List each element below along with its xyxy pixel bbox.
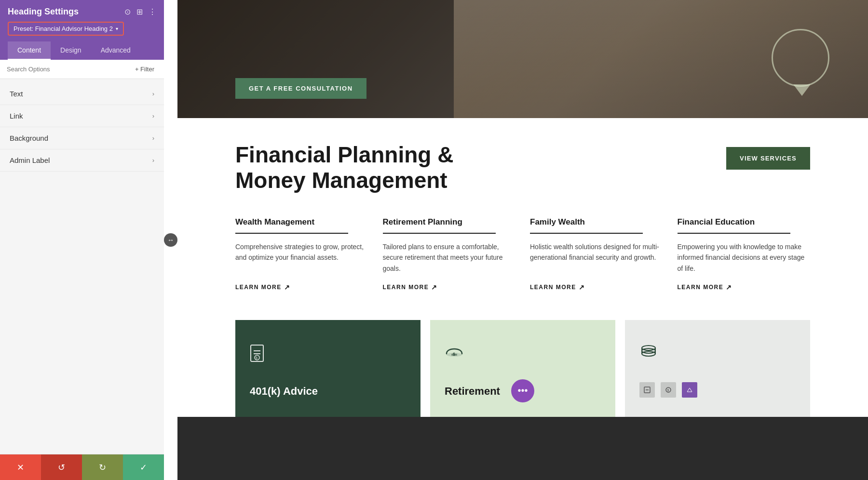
filter-button[interactable]: + Filter — [132, 65, 157, 74]
panel-title-row: Heading Settings ⊙ ⊞ ⋮ — [8, 7, 156, 17]
card-401k-icon: $ — [250, 344, 406, 367]
tab-advanced[interactable]: Advanced — [91, 41, 140, 60]
preset-caret-icon: ▾ — [116, 26, 118, 31]
settings-panel: Heading Settings ⊙ ⊞ ⋮ Preset: Financial… — [0, 0, 164, 480]
svg-text:$: $ — [256, 356, 258, 360]
learn-more-label-education: LEARN MORE — [678, 284, 724, 291]
learn-more-label-wealth: LEARN MORE — [235, 284, 282, 291]
decorative-triangle — [793, 84, 811, 96]
option-admin-caret-icon: › — [152, 157, 154, 164]
learn-more-arrow-icon-family: ↗ — [579, 283, 585, 291]
undo-icon: ↺ — [58, 462, 65, 473]
learn-more-education[interactable]: LEARN MORE ↗ — [678, 283, 811, 291]
option-link-caret-icon: › — [152, 112, 154, 120]
save-button[interactable]: ✓ — [123, 454, 164, 480]
panel-title: Heading Settings — [8, 7, 79, 17]
service-card-family: Family Wealth Holistic wealth solutions … — [530, 217, 663, 291]
options-list: Text › Link › Background › Admin Label › — [0, 79, 164, 454]
option-link[interactable]: Link › — [0, 105, 164, 127]
service-divider-wealth — [235, 233, 348, 234]
service-desc-family: Holistic wealth solutions designed for m… — [530, 241, 663, 274]
service-card-education: Financial Education Empowering you with … — [678, 217, 811, 291]
learn-more-arrow-icon-wealth: ↗ — [284, 283, 291, 291]
learn-more-label-family: LEARN MORE — [530, 284, 576, 291]
learn-more-arrow-icon-retirement: ↗ — [431, 283, 438, 291]
option-admin-label-text: Admin Label — [10, 156, 50, 164]
services-header: Financial Planning & Money Management VI… — [235, 142, 810, 193]
panel-tabs: Content Design Advanced — [8, 41, 156, 60]
service-divider-family — [530, 233, 643, 234]
learn-more-family[interactable]: LEARN MORE ↗ — [530, 283, 663, 291]
services-section: Financial Planning & Money Management VI… — [177, 118, 868, 320]
services-title-line1: Financial Planning & — [235, 142, 453, 167]
bottom-icon-1 — [639, 382, 655, 398]
save-icon: ✓ — [140, 462, 147, 473]
service-desc-wealth: Comprehensive strategies to grow, protec… — [235, 241, 368, 274]
option-text[interactable]: Text › — [0, 83, 164, 105]
preset-selector[interactable]: Preset: Financial Advisor Heading 2 ▾ — [8, 22, 124, 36]
card-coins-icon-row: $ — [639, 382, 796, 398]
service-card-retirement: Retirement Planning Tailored plans to en… — [383, 217, 516, 291]
panel-icons: ⊙ ⊞ ⋮ — [124, 7, 156, 16]
learn-more-retirement[interactable]: LEARN MORE ↗ — [383, 283, 516, 291]
services-title-line2: Money Management — [235, 168, 448, 193]
redo-icon: ↻ — [99, 462, 106, 473]
card-401k-title: 401(k) Advice — [250, 385, 406, 398]
chat-bubble[interactable]: ••• — [511, 379, 534, 402]
option-link-label: Link — [10, 112, 23, 120]
chat-dots-icon: ••• — [517, 385, 528, 396]
more-options-icon[interactable]: ⋮ — [149, 7, 156, 16]
card-401k: $ 401(k) Advice — [235, 320, 420, 417]
panel-header: Heading Settings ⊙ ⊞ ⋮ Preset: Financial… — [0, 0, 164, 60]
card-coins-icon — [639, 344, 796, 365]
option-text-label: Text — [10, 90, 23, 98]
hero-section: GET A FREE CONSULTATION — [177, 0, 868, 118]
preset-label: Preset: Financial Advisor Heading 2 — [14, 25, 113, 32]
panel-footer: ✕ ↺ ↻ ✓ — [0, 454, 164, 480]
learn-more-wealth[interactable]: LEARN MORE ↗ — [235, 283, 368, 291]
bottom-icon-3 — [682, 382, 697, 398]
svg-text:$: $ — [667, 388, 669, 392]
cards-section: $ 401(k) Advice $ Retirement ••• — [177, 320, 868, 417]
service-desc-education: Empowering you with knowledge to make in… — [678, 241, 811, 274]
option-background-label: Background — [10, 134, 48, 142]
resize-icon: ↔ — [167, 236, 174, 244]
card-retirement-icon: $ — [445, 344, 601, 363]
undo-button[interactable]: ↺ — [41, 454, 82, 480]
card-coins: $ — [625, 320, 810, 417]
cancel-button[interactable]: ✕ — [0, 454, 41, 480]
option-background[interactable]: Background › — [0, 127, 164, 149]
tab-content[interactable]: Content — [8, 41, 51, 60]
main-content: GET A FREE CONSULTATION Financial Planni… — [177, 0, 868, 480]
service-title-education: Financial Education — [678, 217, 811, 227]
cancel-icon: ✕ — [17, 462, 24, 473]
option-background-caret-icon: › — [152, 134, 154, 142]
redo-button[interactable]: ↻ — [82, 454, 123, 480]
view-services-button[interactable]: VIEW SERVICES — [726, 147, 810, 170]
service-title-retirement: Retirement Planning — [383, 217, 516, 227]
services-grid: Wealth Management Comprehensive strategi… — [235, 217, 810, 291]
services-title: Financial Planning & Money Management — [235, 142, 453, 193]
cta-button[interactable]: GET A FREE CONSULTATION — [235, 78, 366, 99]
bottom-icon-2: $ — [661, 382, 676, 398]
decorative-circle — [772, 29, 829, 87]
service-card-wealth: Wealth Management Comprehensive strategi… — [235, 217, 368, 291]
filter-label: + Filter — [135, 66, 154, 73]
search-bar: + Filter — [0, 60, 164, 79]
service-divider-retirement — [383, 233, 496, 234]
service-divider-education — [678, 233, 790, 234]
option-text-caret-icon: › — [152, 90, 154, 97]
learn-more-arrow-icon-education: ↗ — [726, 283, 732, 291]
tab-design[interactable]: Design — [51, 41, 91, 60]
settings-icon[interactable]: ⊙ — [124, 7, 131, 16]
learn-more-label-retirement: LEARN MORE — [383, 284, 429, 291]
resize-handle[interactable]: ↔ — [164, 0, 177, 480]
columns-icon[interactable]: ⊞ — [136, 7, 143, 16]
hero-content: GET A FREE CONSULTATION — [235, 78, 366, 99]
search-input[interactable] — [7, 66, 128, 73]
svg-text:$: $ — [453, 352, 455, 357]
option-admin-label[interactable]: Admin Label › — [0, 149, 164, 172]
service-title-family: Family Wealth — [530, 217, 663, 227]
card-retirement: $ Retirement ••• — [430, 320, 615, 417]
resize-circle: ↔ — [164, 233, 177, 247]
